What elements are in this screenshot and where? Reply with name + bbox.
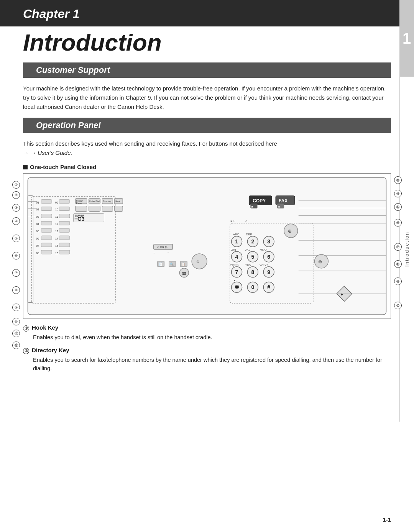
svg-text:6: 6 xyxy=(267,254,270,260)
num-2: ② xyxy=(12,191,20,199)
chapter-label: Chapter 1 xyxy=(23,7,391,21)
chapter-tab: 1 xyxy=(399,0,414,77)
svg-rect-46 xyxy=(114,206,123,212)
svg-rect-33 xyxy=(59,250,70,254)
svg-text:2: 2 xyxy=(251,238,254,245)
svg-rect-29 xyxy=(59,236,70,240)
directory-key-desc: ② Directory Key Enables you to search fo… xyxy=(23,347,391,373)
svg-text:⊛: ⊛ xyxy=(318,259,322,264)
svg-text:ABC: ABC xyxy=(233,233,240,236)
customer-support-title: Customer Support xyxy=(36,65,110,75)
svg-text:5: 5 xyxy=(251,254,254,260)
svg-text:WXYZ: WXYZ xyxy=(260,263,268,267)
svg-text:1: 1 xyxy=(235,238,238,245)
svg-rect-11 xyxy=(41,228,52,232)
svg-rect-15 xyxy=(41,243,52,247)
svg-text:05: 05 xyxy=(55,201,58,204)
num-17: ⑰ xyxy=(394,243,402,251)
page-title: Introduction xyxy=(23,30,391,56)
svg-text:≡G3: ≡G3 xyxy=(74,216,85,222)
svg-text:✶/○: ✶/○ xyxy=(230,220,235,223)
svg-text:14: 14 xyxy=(55,237,58,240)
svg-text:Hook: Hook xyxy=(115,200,120,202)
num-11: ⑪ xyxy=(12,330,20,337)
svg-rect-31 xyxy=(59,243,70,247)
svg-rect-43 xyxy=(76,206,87,212)
svg-text:3: 3 xyxy=(267,238,270,245)
directory-key-text: Enables you to search for fax/telephone … xyxy=(33,356,391,373)
num-10: ⑩ xyxy=(12,318,20,325)
svg-rect-21 xyxy=(59,207,70,211)
svg-rect-5 xyxy=(41,207,52,211)
svg-text:▣: ▣ xyxy=(251,205,253,208)
svg-text:FAX: FAX xyxy=(279,198,288,204)
svg-text:11: 11 xyxy=(55,216,58,218)
operation-panel-title: Operation Panel xyxy=(36,120,101,130)
svg-text:4: 4 xyxy=(235,254,238,260)
directory-key-number: ② xyxy=(23,348,29,354)
num-13: ⑬ xyxy=(394,176,402,184)
subsection-title: One-touch Panel Closed xyxy=(23,164,391,170)
svg-text:🔍: 🔍 xyxy=(170,262,174,266)
page-number: 1-1 xyxy=(383,516,391,523)
svg-text:–: – xyxy=(154,251,155,254)
svg-text:⚠: ⚠ xyxy=(245,220,248,223)
num-5: ⑤ xyxy=(12,235,20,242)
svg-text:15: 15 xyxy=(55,245,58,247)
svg-text:Pause: Pause xyxy=(76,202,82,204)
svg-rect-45 xyxy=(102,206,113,212)
svg-text:12: 12 xyxy=(55,223,58,225)
panel-svg: 01 02 03 04 05 06 07 08 05 10 11 12 xyxy=(23,173,391,319)
svg-text:MNO: MNO xyxy=(260,248,267,251)
svg-text:JKL: JKL xyxy=(245,248,250,251)
svg-text:10: 10 xyxy=(55,209,58,211)
svg-text:⊙: ⊙ xyxy=(196,259,199,264)
svg-text:⊕: ⊕ xyxy=(288,228,292,234)
operation-panel-header: Operation Panel xyxy=(23,118,391,133)
hook-key-text: Enables you to dial, even when the hands… xyxy=(33,333,391,342)
svg-text:8: 8 xyxy=(251,269,254,275)
svg-text:📋: 📋 xyxy=(181,262,185,266)
svg-text:Directory: Directory xyxy=(103,200,111,202)
svg-rect-25 xyxy=(59,222,70,225)
num-19: ⑲ xyxy=(394,277,402,285)
num-1: ① xyxy=(12,181,20,189)
svg-text:16: 16 xyxy=(55,252,58,255)
num-14: ⑭ xyxy=(394,190,402,197)
num-16: ⑯ xyxy=(394,219,402,227)
svg-text:05: 05 xyxy=(36,230,39,233)
svg-text:#: # xyxy=(267,284,270,291)
svg-text:9: 9 xyxy=(267,269,270,275)
svg-rect-7 xyxy=(41,214,52,218)
svg-text:◁  OK  ▷: ◁ OK ▷ xyxy=(157,245,168,249)
num-3: ③ xyxy=(12,204,20,212)
svg-text:04: 04 xyxy=(36,223,39,225)
black-square-icon xyxy=(23,165,28,169)
svg-text:📄: 📄 xyxy=(159,262,163,266)
svg-text:08: 08 xyxy=(36,252,39,255)
svg-text:Coded Dial: Coded Dial xyxy=(89,200,100,202)
hook-key-desc: ① Hook Key Enables you to dial, even whe… xyxy=(23,324,391,342)
left-numbers: ① ② ③ ④ ⑤ ⑥ ⑦ ⑧ ⑨ ⑩ ⑪ ⑫ xyxy=(12,181,20,349)
num-9: ⑨ xyxy=(12,304,20,311)
svg-rect-9 xyxy=(41,222,52,225)
svg-text:0: 0 xyxy=(251,284,254,291)
num-7: ⑦ xyxy=(12,269,20,277)
num-8: ⑧ xyxy=(12,286,20,294)
svg-text:PQRS: PQRS xyxy=(230,263,239,267)
customer-support-body: Your machine is designed with the latest… xyxy=(23,84,391,112)
svg-rect-27 xyxy=(59,228,70,232)
num-15: ⑮ xyxy=(394,203,402,211)
svg-text:COPY: COPY xyxy=(253,198,266,204)
hook-key-number: ① xyxy=(23,325,29,332)
svg-text:✱: ✱ xyxy=(235,284,239,291)
customer-support-header: Customer Support xyxy=(23,62,391,78)
svg-text:+: + xyxy=(168,251,169,254)
svg-text:06: 06 xyxy=(36,237,39,240)
num-6: ⑥ xyxy=(12,252,20,259)
svg-rect-44 xyxy=(89,206,100,212)
svg-text:13: 13 xyxy=(55,230,58,233)
svg-rect-13 xyxy=(41,236,52,240)
svg-text:•: • xyxy=(234,278,236,282)
num-20: ⑳ xyxy=(394,302,402,309)
